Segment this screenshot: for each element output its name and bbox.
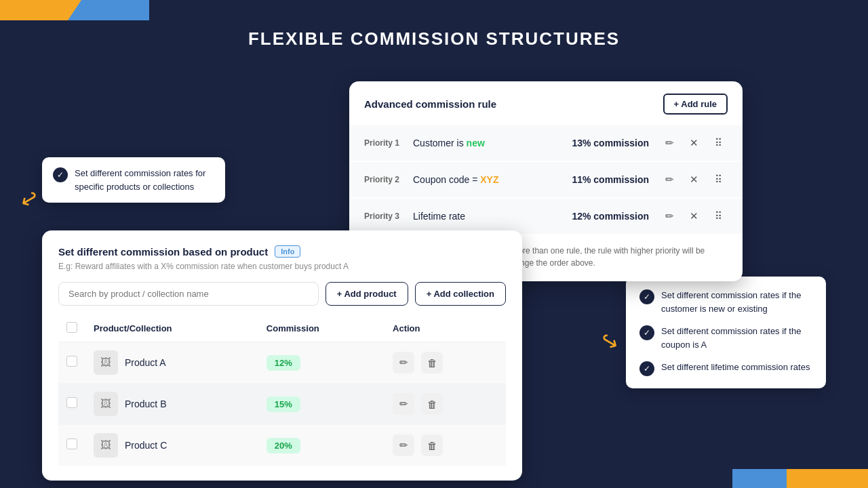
delete-icon-2[interactable]: ✕ (684, 170, 703, 189)
row-action-1: ✏ 🗑 (384, 384, 506, 425)
drag-icon-3[interactable]: ⠿ (709, 207, 728, 226)
rule-commission-3: 12% commission (572, 211, 649, 222)
delete-icon-1[interactable]: ✕ (684, 134, 703, 152)
right-tooltip-item-1: Set different commission rates if the cu… (639, 289, 812, 315)
delete-icon-3[interactable]: ✕ (684, 207, 703, 226)
left-tooltip-text: Set different commission rates for speci… (75, 167, 214, 193)
product-name-1: Product B (125, 399, 166, 409)
product-img-icon-0: 🖼 (100, 357, 111, 369)
product-name-cell-0: 🖼 Product A (94, 350, 250, 375)
arrow-right: ↩ (595, 326, 623, 357)
product-commission-card: Set different commission based on produc… (42, 230, 522, 481)
product-card-subtitle: E.g: Reward affiliates with a X% commiss… (58, 262, 506, 271)
priority-label-3: Priority 3 (364, 211, 413, 221)
add-collection-button[interactable]: + Add collection (415, 282, 506, 306)
rule-commission-2: 11% commission (572, 174, 649, 185)
info-badge[interactable]: Info (275, 245, 300, 258)
left-tooltip: Set different commission rates for speci… (42, 157, 225, 203)
search-add-row: + Add product + Add collection (58, 282, 506, 306)
delete-product-btn-2[interactable]: 🗑 (421, 434, 443, 456)
priority-label-2: Priority 2 (364, 175, 413, 184)
edit-icon-3[interactable]: ✏ (660, 207, 679, 226)
table-row: 🖼 Product C 20% ✏ 🗑 (58, 425, 506, 466)
rule-commission-1: 13% commission (572, 138, 649, 148)
commission-badge-1: 15% (267, 396, 300, 412)
page-title: FLEXIBLE COMMISSION STRUCTURES (248, 28, 620, 49)
product-name-cell-1: 🖼 Product B (94, 392, 250, 416)
product-name-2: Product C (125, 440, 167, 451)
header-commission: Commission (258, 315, 384, 342)
commission-badge-2: 20% (267, 438, 300, 453)
edit-icon-2[interactable]: ✏ (660, 170, 679, 189)
corner-decoration-bottom-right-blue (732, 469, 787, 488)
delete-product-btn-0[interactable]: 🗑 (421, 352, 443, 373)
edit-product-btn-1[interactable]: ✏ (393, 393, 414, 415)
edit-icon-1[interactable]: ✏ (660, 134, 679, 152)
row-commission-1: 15% (258, 384, 384, 425)
row-checkbox-cell-1 (58, 384, 85, 425)
drag-icon-1[interactable]: ⠿ (709, 134, 728, 152)
add-rule-button[interactable]: + Add rule (663, 94, 728, 115)
row-actions-2: ✏ ✕ ⠿ (660, 170, 728, 189)
corner-decoration-bottom-right (787, 469, 868, 488)
header-product-collection: Product/Collection (85, 315, 258, 342)
corner-decoration-top-left-blue (68, 0, 149, 20)
product-name-0: Product A (125, 357, 166, 368)
product-img-0: 🖼 (94, 350, 118, 375)
row-checkbox-cell-0 (58, 342, 85, 384)
edit-product-btn-0[interactable]: ✏ (393, 352, 414, 373)
priority-row-3: Priority 3 Lifetime rate 12% commission … (349, 199, 743, 234)
table-row: 🖼 Product A 12% ✏ 🗑 (58, 342, 506, 384)
right-tooltip-item-3: Set different lifetime commission rates (639, 361, 812, 376)
product-img-1: 🖼 (94, 392, 118, 416)
rule-condition-2: Coupon code = XYZ (413, 174, 572, 185)
row-checkbox-2[interactable] (66, 439, 77, 449)
table-header-row: Product/Collection Commission Action (58, 315, 506, 342)
product-card-title: Set different commission based on produc… (58, 246, 268, 258)
select-all-checkbox[interactable] (66, 322, 77, 333)
right-tooltip-text-3: Set different lifetime commission rates (661, 361, 810, 374)
adv-card-title: Advanced commission rule (364, 98, 496, 110)
product-name-cell-2: 🖼 Product C (94, 433, 250, 458)
add-product-button[interactable]: + Add product (326, 282, 408, 306)
highlight-new: new (467, 138, 485, 148)
product-img-2: 🖼 (94, 433, 118, 458)
arrow-left: ↩ (15, 184, 43, 215)
right-tooltip-text-1: Set different commission rates if the cu… (661, 289, 812, 315)
priority-label-1: Priority 1 (364, 138, 413, 148)
search-input[interactable] (58, 282, 319, 306)
highlight-xyz: XYZ (480, 174, 498, 185)
row-checkbox-0[interactable] (66, 356, 77, 367)
right-tooltip: Set different commission rates if the cu… (626, 277, 826, 388)
commission-badge-0: 12% (267, 355, 300, 371)
row-actions-1: ✏ ✕ ⠿ (660, 134, 728, 152)
row-action-2: ✏ 🗑 (384, 425, 506, 466)
row-actions-3: ✏ ✕ ⠿ (660, 207, 728, 226)
row-product-1: 🖼 Product B (85, 384, 258, 425)
action-icons-0: ✏ 🗑 (393, 352, 498, 373)
row-checkbox-cell-2 (58, 425, 85, 466)
row-commission-0: 12% (258, 342, 384, 384)
row-product-2: 🖼 Product C (85, 425, 258, 466)
edit-product-btn-2[interactable]: ✏ (393, 434, 414, 456)
rule-condition-3: Lifetime rate (413, 211, 572, 222)
action-icons-1: ✏ 🗑 (393, 393, 498, 415)
delete-product-btn-1[interactable]: 🗑 (421, 393, 443, 415)
table-row: 🖼 Product B 15% ✏ 🗑 (58, 384, 506, 425)
product-img-icon-2: 🖼 (100, 439, 111, 451)
check-icon-left (53, 167, 68, 182)
product-img-icon-1: 🖼 (100, 398, 111, 410)
header-action: Action (384, 315, 506, 342)
right-tooltip-item-2: Set different commission rates if the co… (639, 325, 812, 351)
row-checkbox-1[interactable] (66, 397, 77, 408)
drag-icon-2[interactable]: ⠿ (709, 170, 728, 189)
adv-card-header: Advanced commission rule + Add rule (349, 81, 743, 125)
row-action-0: ✏ 🗑 (384, 342, 506, 384)
action-icons-2: ✏ 🗑 (393, 434, 498, 456)
header-checkbox-cell (58, 315, 85, 342)
row-product-0: 🖼 Product A (85, 342, 258, 384)
priority-row-1: Priority 1 Customer is new 13% commissio… (349, 125, 743, 161)
check-icon-right-1 (639, 289, 654, 304)
row-commission-2: 20% (258, 425, 384, 466)
product-table: Product/Collection Commission Action 🖼 P… (58, 315, 506, 466)
